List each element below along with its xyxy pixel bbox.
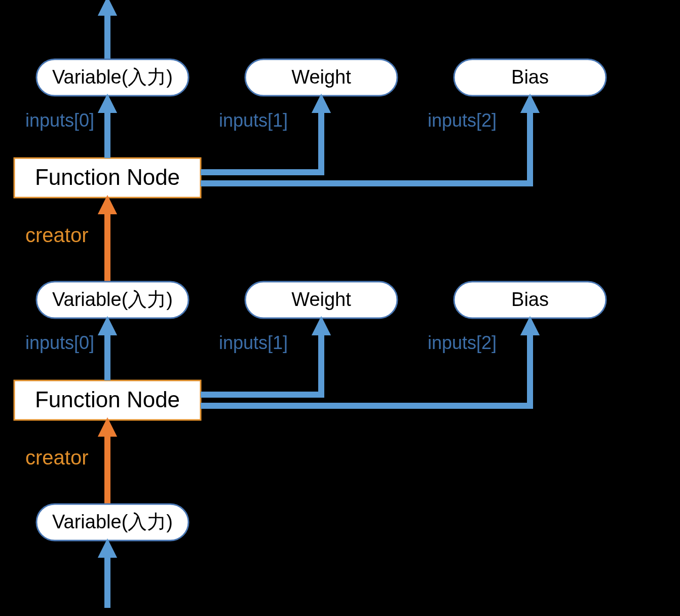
label-inputs2-upper: inputs[2]	[428, 110, 497, 131]
label-inputs1-lower: inputs[1]	[219, 332, 288, 353]
svg-text:Weight: Weight	[291, 289, 351, 310]
label-creator-lower: creator	[25, 446, 89, 469]
svg-text:Variable(入力): Variable(入力)	[52, 289, 173, 310]
label-inputs0-lower: inputs[0]	[25, 332, 94, 353]
svg-text:Bias: Bias	[511, 66, 549, 88]
function-node-lower: Function Node	[14, 380, 201, 420]
label-creator-upper: creator	[25, 224, 89, 246]
label-inputs1-upper: inputs[1]	[219, 110, 288, 131]
svg-text:Function Node: Function Node	[35, 387, 180, 412]
node-bias-upper: Bias	[454, 59, 606, 96]
svg-text:Function Node: Function Node	[35, 165, 180, 189]
node-weight-lower: Weight	[245, 282, 397, 318]
svg-text:Weight: Weight	[291, 66, 351, 88]
label-inputs2-lower: inputs[2]	[428, 332, 497, 353]
node-weight-upper: Weight	[245, 59, 397, 96]
svg-text:Bias: Bias	[511, 289, 549, 310]
node-bias-lower: Bias	[454, 282, 606, 318]
function-node-upper: Function Node	[14, 158, 201, 198]
svg-text:Variable(入力): Variable(入力)	[52, 66, 173, 88]
node-variable-lower: Variable(入力)	[36, 282, 188, 318]
svg-text:Variable(入力): Variable(入力)	[52, 511, 173, 532]
node-variable-upper: Variable(入力)	[36, 59, 188, 96]
node-variable-bottom: Variable(入力)	[36, 504, 188, 541]
label-inputs0-upper: inputs[0]	[25, 110, 94, 131]
